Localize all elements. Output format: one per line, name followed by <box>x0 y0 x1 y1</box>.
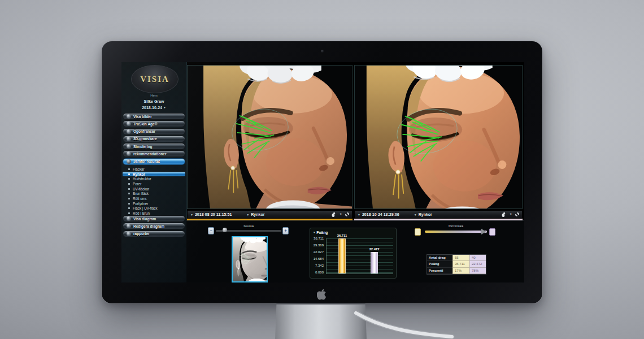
sidebar-item-rekommendationer[interactable]: rekommendationer <box>123 150 185 157</box>
sidebar-item-visa-bilder[interactable]: Visa bilder <box>123 113 185 120</box>
zoom-slider-handle[interactable] <box>223 228 227 232</box>
bullet-icon <box>128 198 130 199</box>
baseline-score-value: 36.711 <box>337 234 347 237</box>
sidebar-item-3d-granskare[interactable]: 3D-granskare <box>123 136 185 142</box>
chart-plot-area: 36.711 22.472 <box>326 238 393 274</box>
chevron-down-icon[interactable]: ▼ <box>414 213 417 216</box>
edit-diagram-icon <box>127 224 131 228</box>
followup-bar-actions: * <box>501 212 519 218</box>
baseline-timestamp-dropdown[interactable]: 2018-08-20 11:15:51 <box>195 212 232 216</box>
comparison-table: Antal drag 55 40 Poäng 36.711 22.472 Per… <box>427 254 486 275</box>
photos-icon <box>127 114 131 119</box>
followup-score-bar: 22.472 <box>371 252 378 273</box>
compare-submenu: Fläckar Rynkor Hudstruktur Porer UV-fläc… <box>123 167 185 216</box>
zoom-out-button[interactable]: − <box>208 227 214 234</box>
sidebar-item-redigera-diagram[interactable]: Redigera diagram <box>123 223 185 229</box>
submenu-item-rott-omr[interactable]: Rött omr. <box>123 196 185 201</box>
hand-tool-icon[interactable] <box>331 212 336 218</box>
table-row-label: Percentil <box>427 268 452 274</box>
sidebar-item-truskin-age[interactable]: TruSkin Age® <box>123 120 185 127</box>
shrink-slider-track[interactable] <box>425 231 487 233</box>
sidebar-item-jamfor-resultat[interactable]: Jämför resultat <box>123 158 185 165</box>
recommendations-icon <box>127 151 131 156</box>
baseline-color-swatch[interactable] <box>415 228 421 236</box>
bullet-icon <box>128 203 130 205</box>
chevron-down-icon[interactable]: ▼ <box>190 213 193 216</box>
truskin-age-icon <box>127 121 131 126</box>
asterisk-overlay-icon[interactable]: * <box>510 212 512 217</box>
bullet-icon <box>128 173 130 175</box>
patient-name: Silke Graw <box>121 99 186 103</box>
table-cell: 78% <box>469 268 486 274</box>
sidebar-item-rapporter[interactable]: rapporter <box>123 231 185 237</box>
navigation-thumbnail[interactable] <box>232 236 268 282</box>
table-cell: 55 <box>452 255 469 261</box>
zoom-in-button[interactable]: + <box>282 227 289 234</box>
submenu-item-hudstruktur[interactable]: Hudstruktur <box>123 176 185 181</box>
monitor-stand <box>275 303 367 339</box>
visia-app-window: VISIA Hem Silke Graw 2018-10-24 ▼ Visa b… <box>121 62 524 282</box>
submenu-item-porfyriner[interactable]: Porfyriner <box>123 201 185 206</box>
submenu-item-rynkor[interactable]: Rynkor <box>123 172 185 177</box>
bullet-icon <box>128 212 130 214</box>
bullet-icon <box>128 193 130 194</box>
reports-icon <box>127 232 131 236</box>
submenu-item-uv-flackar[interactable]: UV-fläckar <box>123 186 185 192</box>
main-menu: Visa bilder TruSkin Age® Ögonfransar 3D-… <box>123 113 185 166</box>
followup-photo-bar: ▼ 2018-10-24 13:29:06 ▼ Rynkor * <box>354 210 523 219</box>
table-cell: 36.711 <box>452 261 469 267</box>
chevron-down-icon: ▼ <box>313 231 315 234</box>
visia-logo: VISIA <box>131 65 179 93</box>
chevron-down-icon: ▼ <box>163 106 166 109</box>
submenu-item-brun-flack[interactable]: Brun fläck <box>123 191 185 196</box>
apple-display: VISIA Hem Silke Graw 2018-10-24 ▼ Visa b… <box>102 41 542 303</box>
chart-y-axis: 36.711 29.369 22.027 14.684 7.342 0.000 <box>310 237 324 274</box>
chevron-down-icon[interactable]: ▼ <box>358 213 360 216</box>
chart-metric-dropdown[interactable]: ▼ Poäng <box>313 231 328 234</box>
followup-photo[interactable] <box>354 65 523 209</box>
baseline-photo-bar: ▼ 2018-08-20 11:15:51 ▼ Rynkor * <box>187 210 353 219</box>
apple-logo-icon <box>317 289 327 300</box>
shrink-slider-handle[interactable] <box>481 229 486 234</box>
sidebar-item-simulering[interactable]: Simulering <box>123 143 185 150</box>
table-cell: 22.472 <box>469 261 486 267</box>
visia-logo-text: VISIA <box>140 75 169 84</box>
home-label[interactable]: Hem <box>121 94 186 97</box>
table-row-label: Antal drag <box>427 255 452 261</box>
baseline-score-bar: 36.711 <box>338 238 346 273</box>
bullet-icon <box>128 183 130 185</box>
submenu-item-flackar[interactable]: Fläckar <box>123 167 185 172</box>
chevron-down-icon[interactable]: ▼ <box>246 213 249 216</box>
baseline-photo[interactable] <box>187 65 353 209</box>
bullet-icon <box>128 188 130 190</box>
followup-timestamp-dropdown[interactable]: 2018-10-24 13:29:06 <box>362 212 399 216</box>
bottom-panel: zooma − + ▼ Poäng 36.711 <box>186 220 524 282</box>
baseline-bar-actions: * <box>331 212 349 218</box>
gear-icon[interactable] <box>345 212 349 216</box>
table-cell: 17% <box>452 268 469 274</box>
eyelash-icon <box>127 129 131 134</box>
submenu-item-porer[interactable]: Porer <box>123 181 185 186</box>
table-cell: 40 <box>469 255 486 261</box>
sidebar-item-ogonfransar[interactable]: Ögonfransar <box>123 128 185 135</box>
compare-icon <box>127 159 131 164</box>
bullet-icon <box>128 178 130 180</box>
sidebar: VISIA Hem Silke Graw 2018-10-24 ▼ Visa b… <box>121 62 187 282</box>
hand-tool-icon[interactable] <box>501 212 506 218</box>
session-date-dropdown[interactable]: 2018-10-24 ▼ <box>121 106 186 110</box>
baseline-feature-dropdown[interactable]: Rynkor <box>251 212 264 216</box>
followup-feature-dropdown[interactable]: Rynkor <box>419 212 432 216</box>
table-row-label: Poäng <box>427 261 452 267</box>
asterisk-overlay-icon[interactable]: * <box>340 212 342 217</box>
sidebar-item-visa-diagram[interactable]: Visa diagram <box>123 215 185 222</box>
gear-icon[interactable] <box>515 212 519 216</box>
sidebar-tools: Visa diagram Redigera diagram rapporter <box>123 215 185 238</box>
shrink-slider-label: förminska <box>425 224 487 228</box>
followup-color-swatch[interactable] <box>489 228 495 236</box>
webcam-icon <box>321 50 324 53</box>
simulation-icon <box>127 144 131 149</box>
bullet-icon <box>128 207 130 209</box>
bullet-icon <box>128 168 130 170</box>
submenu-item-flack-uv-flack[interactable]: Fläck | UV-fläck <box>123 206 185 211</box>
studio-background: VISIA Hem Silke Graw 2018-10-24 ▼ Visa b… <box>0 0 644 339</box>
